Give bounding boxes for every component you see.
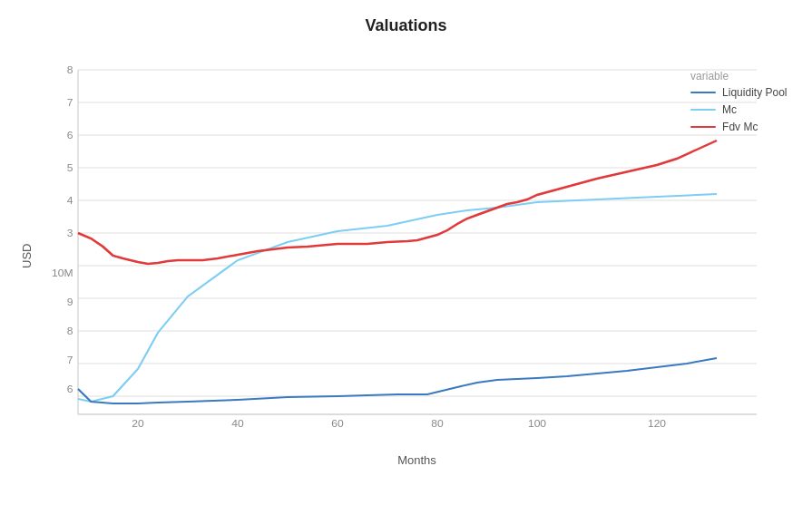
svg-text:120: 120 [647,418,665,428]
legend-item-mc: Mc [690,103,787,116]
chart-container: Valuations USD [0,0,812,505]
svg-text:6: 6 [66,130,73,140]
y-axis-label: USD [16,43,36,469]
x-axis-label: Months [38,450,797,469]
svg-text:9: 9 [66,296,73,306]
svg-text:40: 40 [231,418,243,428]
chart-title: Valuations [365,16,446,35]
legend-label-mc: Mc [722,103,737,116]
legend-line-liquidity [690,92,716,93]
legend-item-liquidity-pool: Liquidity Pool [690,86,787,99]
chart-svg-area: 8 7 6 5 4 3 10M 9 8 7 6 20 40 60 [38,43,797,450]
chart-svg: 8 7 6 5 4 3 10M 9 8 7 6 20 40 60 [38,43,797,432]
svg-text:7: 7 [66,97,73,107]
svg-text:60: 60 [331,418,343,428]
chart-legend: variable Liquidity Pool Mc Fdv Mc [690,70,787,138]
chart-inner: 8 7 6 5 4 3 10M 9 8 7 6 20 40 60 [38,43,797,469]
legend-line-mc [690,109,716,111]
svg-text:20: 20 [132,418,143,428]
svg-text:10M: 10M [51,267,73,277]
legend-label-liquidity: Liquidity Pool [722,86,787,99]
svg-text:8: 8 [66,64,73,74]
svg-text:5: 5 [66,162,73,172]
legend-line-fdv-mc [690,126,716,128]
chart-area: USD [16,43,797,469]
svg-text:100: 100 [527,418,545,428]
legend-title: variable [690,70,787,83]
svg-text:8: 8 [66,325,73,335]
svg-text:4: 4 [66,195,73,205]
legend-label-fdv-mc: Fdv Mc [722,121,758,133]
svg-text:3: 3 [66,228,73,238]
svg-text:6: 6 [66,384,73,393]
legend-item-fdv-mc: Fdv Mc [690,121,787,133]
svg-text:80: 80 [431,418,443,428]
svg-text:7: 7 [66,354,73,364]
